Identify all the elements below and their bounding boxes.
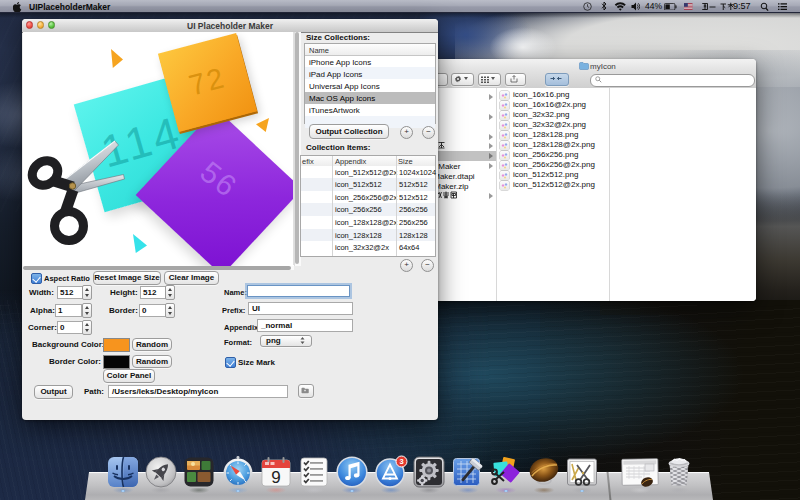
svg-text:3: 3 [399,457,403,466]
svg-text:9: 9 [271,468,280,487]
